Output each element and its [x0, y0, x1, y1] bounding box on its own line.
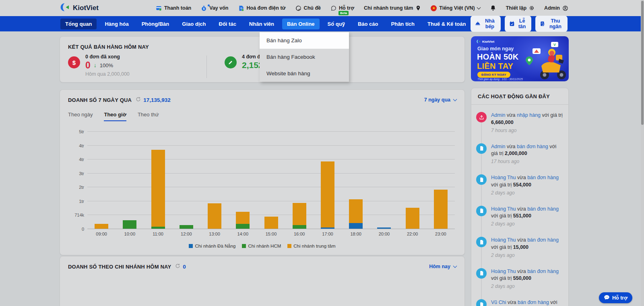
cashier-button[interactable]: Thu ngân [535, 16, 568, 32]
bar-13:00[interactable] [208, 203, 221, 229]
bar-16:00[interactable] [293, 203, 306, 229]
branch-range-select[interactable]: Hôm nay [429, 264, 456, 269]
legend-swatch [189, 244, 193, 248]
brand-name: KiotViet [73, 4, 99, 12]
topbar-item-language[interactable]: ★ Tiếng Việt (VN) [431, 5, 480, 11]
legend-item-1: Chi nhánh HCM [242, 244, 281, 248]
bar-11:00[interactable] [151, 150, 165, 229]
gridline-0 [87, 229, 455, 229]
promo-banner[interactable]: KiotViet Giao món ngay HOÀN 50K LIỀN TAY… [471, 36, 569, 81]
topbar-item-settings[interactable]: Thiết lập [506, 5, 535, 11]
nav-item-4[interactable]: Đối tác [214, 19, 241, 29]
activity-user-link[interactable]: Vũ Chi [491, 300, 506, 305]
money-icon: $ [68, 56, 80, 68]
activity-user-link[interactable]: Hoàng Thu [491, 175, 516, 180]
kitchen-button[interactable]: Nhà bếp [471, 16, 501, 32]
bar-10:00[interactable] [123, 220, 136, 229]
activity-value: 554,000 [513, 182, 531, 188]
activity-action-link[interactable]: bán đơn hàng [527, 237, 559, 243]
nav-item-5[interactable]: Nhân viên [244, 19, 279, 29]
activity-action-link[interactable]: bán đơn hàng [527, 175, 559, 180]
brand[interactable]: KiotViet [60, 2, 99, 14]
bar-segment [349, 223, 363, 229]
dropdown-item-0[interactable]: Bán hàng Zalo [260, 32, 349, 49]
bar-15:00[interactable] [264, 217, 278, 229]
bar-09:00[interactable] [95, 224, 108, 229]
activity-user-link[interactable]: Hoàng Thu [491, 237, 516, 243]
reception-button[interactable]: Lễ tân [505, 16, 531, 32]
chart-tab-1[interactable]: Theo giờ [104, 112, 126, 121]
activity-action-link[interactable]: bán đơn hàng [518, 300, 549, 305]
activity-time: 2 days ago [491, 190, 563, 196]
scrollbar-thumb[interactable] [641, 1, 644, 125]
nav-item-3[interactable]: Giao dịch [177, 19, 211, 29]
activity-value: 15,000 [513, 244, 528, 250]
activity-user-link[interactable]: Hoàng Thu [491, 206, 516, 212]
gridline-4 [87, 173, 455, 174]
topbar-item-admin[interactable]: Admin [544, 5, 568, 11]
chart-tab-0[interactable]: Theo ngày [68, 112, 93, 121]
revenue-range-label: 7 ngày qua [424, 97, 450, 103]
topbar-item-theme[interactable]: Chủ đề [295, 5, 321, 11]
support-fab-button[interactable]: Hỗ trợ [599, 292, 632, 303]
topbar-item-notifications[interactable] [490, 5, 496, 11]
nav-item-8[interactable]: Báo cáo [353, 19, 383, 29]
arrow-down-icon: ↓ [94, 62, 97, 68]
chart-tab-2[interactable]: Theo thứ [138, 112, 159, 121]
activity-action-link[interactable]: bán đơn hàng [527, 269, 559, 274]
activity-action-link[interactable]: bán đơn hàng [527, 206, 559, 212]
activity-item-6[interactable]: Vũ Chi vừa bán đơn hàng với giá trị 80,0… [476, 299, 563, 306]
nav-item-0[interactable]: Tổng quan [60, 19, 97, 29]
activity-user-link[interactable]: Admin [491, 112, 505, 118]
bar-23:00[interactable] [434, 190, 448, 229]
bar-12:00[interactable] [180, 225, 193, 229]
nav-item-6[interactable]: Bán Online [282, 19, 320, 29]
activity-item-3[interactable]: Hoàng Thu vừa bán đơn hàng với giá trị 5… [476, 206, 563, 228]
activity-user-link[interactable]: Hoàng Thu [491, 269, 516, 274]
dropdown-item-2[interactable]: Website bán hàng [260, 65, 349, 82]
activity-user-link[interactable]: Admin [491, 144, 505, 149]
banner-register-button[interactable]: ĐĂNG KÝ NGAY [477, 72, 510, 78]
branch-sales-total: 0 [183, 264, 186, 270]
admin-label: Admin [544, 5, 560, 11]
nav-item-9[interactable]: Phân tích [386, 19, 420, 29]
activity-item-1[interactable]: Admin vừa bán đơn hàng với giá trị 2,000… [476, 143, 563, 165]
bar-20:00[interactable] [377, 227, 391, 229]
activity-time: 7 hours ago [491, 127, 563, 134]
gridline-2 [87, 201, 455, 201]
activity-item-4[interactable]: Hoàng Thu vừa bán đơn hàng với giá trị 1… [476, 237, 563, 259]
svg-text:$: $ [203, 7, 205, 10]
topbar-item-support[interactable]: Hỗ trợ Beta [330, 5, 354, 11]
nav-item-1[interactable]: Hàng hóa [100, 19, 133, 29]
activity-time: 2 days ago [491, 252, 563, 259]
topbar-item-einvoice[interactable]: Hoá đơn điện tử [238, 5, 286, 11]
bar-18:00[interactable] [349, 199, 363, 229]
activity-text: Hoàng Thu vừa bán đơn hàng với giá trị 5… [491, 206, 563, 228]
activity-action-link[interactable]: nhập hàng [517, 112, 541, 118]
activity-item-5[interactable]: Hoàng Thu vừa bán đơn hàng với giá trị 5… [476, 268, 563, 290]
topbar-item-loan[interactable]: $ Vay vốn [201, 5, 228, 11]
loan-label: Vay vốn [209, 5, 228, 11]
activity-item-0[interactable]: Admin vừa nhập hàng với giá trị 6,660,00… [476, 112, 563, 134]
topbar-item-branch[interactable]: Chi nhánh trung tâm [364, 5, 421, 11]
bar-segment [123, 220, 136, 229]
activity-action-link[interactable]: bán đơn hàng [517, 144, 548, 149]
nav-item-7[interactable]: Sổ quỹ [323, 19, 350, 29]
gridline-3 [87, 187, 455, 187]
beta-badge: Beta [339, 11, 349, 16]
dropdown-item-1[interactable]: Bán hàng Facebook [260, 49, 349, 65]
topbar-item-payment[interactable]: Thanh toán [156, 5, 191, 11]
bar-17:00[interactable] [321, 161, 334, 229]
gear-icon [529, 5, 535, 11]
invoice-icon [476, 299, 487, 306]
bar-22:00[interactable] [406, 208, 419, 229]
revenue-range-select[interactable]: 7 ngày qua [424, 97, 456, 103]
bar-14:00[interactable] [236, 212, 250, 229]
nav-item-2[interactable]: Phòng/Bàn [137, 19, 174, 29]
nav-item-10[interactable]: Thuế & Kế toán [423, 19, 471, 29]
payment-label: Thanh toán [164, 5, 191, 11]
revenue-title: DOANH SỐ 7 NGÀY QUA [68, 97, 132, 103]
activity-item-2[interactable]: Hoàng Thu vừa bán đơn hàng với giá trị 5… [476, 174, 563, 196]
page-scrollbar[interactable] [641, 0, 644, 306]
bar-segment [377, 227, 391, 229]
